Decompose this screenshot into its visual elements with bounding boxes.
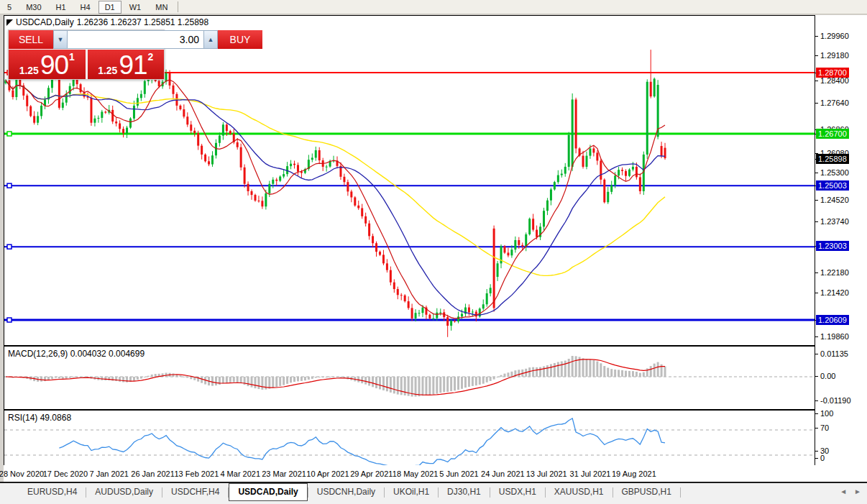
macd-histogram-bar xyxy=(268,377,270,389)
level-line-handle[interactable] xyxy=(7,318,12,322)
volume-increase-icon[interactable]: ▲ xyxy=(203,31,217,48)
macd-histogram-bar xyxy=(436,377,438,394)
candle-body xyxy=(486,293,488,304)
candle-body xyxy=(240,147,242,168)
candle-body xyxy=(226,124,228,131)
tab-scroll-right-icon[interactable]: ► xyxy=(854,488,861,495)
level-line-handle[interactable] xyxy=(7,244,12,249)
candle-body xyxy=(279,177,281,181)
axis-tick xyxy=(815,376,818,377)
candle-body xyxy=(311,157,313,160)
axis-tick xyxy=(815,221,818,222)
macd-histogram-bar xyxy=(454,377,456,390)
macd-histogram-bar xyxy=(557,362,559,377)
timeframe-button-h1[interactable]: H1 xyxy=(50,1,73,14)
sell-price-pips: 90 xyxy=(40,53,68,78)
sell-button[interactable]: SELL xyxy=(9,30,53,49)
candle-body xyxy=(119,124,121,129)
sell-price-button[interactable]: 1.25 90 1 xyxy=(9,50,86,79)
axis-tick xyxy=(815,200,818,201)
tab-audusd-daily[interactable]: AUDUSD,Daily xyxy=(86,484,162,500)
tab-xauusd-h1[interactable]: XAUUSD,H1 xyxy=(546,484,613,500)
candle-body xyxy=(144,81,146,94)
tab-scroll-left-icon[interactable]: ◄ xyxy=(840,488,847,495)
candle-body xyxy=(268,184,270,193)
macd-histogram-bar xyxy=(490,377,492,381)
macd-histogram-bar xyxy=(603,366,605,377)
axis-tick xyxy=(815,336,818,337)
tab-gbpusd-h1[interactable]: GBPUSD,H1 xyxy=(613,484,680,500)
candle-body xyxy=(493,229,495,308)
timeframe-button-d1[interactable]: D1 xyxy=(98,1,121,14)
tab-usdcnh-daily[interactable]: USDCNH,Daily xyxy=(308,484,384,500)
price-axis[interactable]: 1.299601.291801.287001.284001.276401.268… xyxy=(815,15,867,465)
macd-histogram-bar xyxy=(650,366,652,377)
timeframe-button-5[interactable]: 5 xyxy=(1,1,18,14)
macd-histogram-bar xyxy=(461,377,463,389)
candle-body xyxy=(603,180,605,202)
candle-body xyxy=(411,308,413,318)
candle-body xyxy=(137,98,139,106)
macd-histogram-bar xyxy=(58,377,60,378)
tab-eurusd-h4[interactable]: EURUSD,H4 xyxy=(19,484,86,500)
tab-usdx-h1[interactable]: USDX,H1 xyxy=(490,484,545,500)
buy-price-main: 1.25 xyxy=(98,63,117,78)
date-axis-label: 19 Aug 2021 xyxy=(612,469,656,478)
date-axis-label: 4 Mar 2021 xyxy=(220,469,260,478)
macd-histogram-bar xyxy=(333,377,335,377)
tab-ukoil-h1[interactable]: UKOil,H1 xyxy=(385,484,438,500)
axis-tick xyxy=(815,458,818,459)
macd-histogram-bar xyxy=(518,370,520,377)
timeframe-button-w1[interactable]: W1 xyxy=(123,1,148,14)
volume-decrease-icon[interactable]: ▼ xyxy=(54,31,68,48)
macd-histogram-bar xyxy=(73,377,75,377)
level-line-handle[interactable] xyxy=(7,183,12,188)
macd-histogram-bar xyxy=(144,377,146,377)
candle-body xyxy=(475,312,477,317)
macd-histogram-bar xyxy=(137,377,139,380)
tab-dj30-h1[interactable]: DJ30,H1 xyxy=(439,484,490,500)
price-axis-label: 1.28400 xyxy=(820,76,849,86)
tab-usdcad-daily[interactable]: USDCAD,Daily xyxy=(229,483,307,501)
axis-tick xyxy=(815,55,818,56)
macd-histogram-bar xyxy=(564,361,566,377)
tab-usdchf-h4[interactable]: USDCHF,H4 xyxy=(162,484,228,500)
candle-body xyxy=(80,84,82,92)
candle-body xyxy=(247,184,249,191)
date-axis-label: 7 Jan 2021 xyxy=(89,469,128,478)
candle-body xyxy=(404,295,406,301)
timeframe-button-m30[interactable]: M30 xyxy=(19,1,47,14)
candle-body xyxy=(421,308,423,313)
macd-histogram-bar xyxy=(247,377,249,386)
candle-body xyxy=(261,201,263,206)
level-line-handle[interactable] xyxy=(7,132,12,136)
macd-indicator-label: MACD(12,26,9) 0.004032 0.004699 xyxy=(8,349,144,359)
macd-histogram-bar xyxy=(607,368,609,377)
candle-body xyxy=(450,321,452,326)
macd-histogram-bar xyxy=(40,377,42,382)
timeframe-button-h4[interactable]: H4 xyxy=(74,1,97,14)
macd-histogram-bar xyxy=(155,374,157,377)
date-axis-label: 13 Jul 2021 xyxy=(526,469,567,478)
buy-button[interactable]: BUY xyxy=(218,30,262,49)
candle-body xyxy=(37,116,39,122)
candle-body xyxy=(29,106,32,116)
volume-input[interactable] xyxy=(68,31,203,48)
macd-histogram-bar xyxy=(55,377,57,378)
macd-histogram-bar xyxy=(233,377,235,382)
rsi-panel-canvas[interactable] xyxy=(4,409,815,466)
price-level-badge: 1.23003 xyxy=(816,241,849,251)
terminal-window: 5M30H1H4D1W1MN USDCAD,Daily1.26236 1.262… xyxy=(0,0,867,504)
candle-body xyxy=(632,167,634,170)
buy-price-button[interactable]: 1.25 91 2 xyxy=(88,50,165,79)
macd-histogram-bar xyxy=(643,372,645,377)
date-axis[interactable]: 28 Nov 202017 Dec 20207 Jan 202126 Jan 2… xyxy=(4,465,867,482)
candle-body xyxy=(133,106,135,119)
macd-histogram-bar xyxy=(636,372,638,377)
candle-body xyxy=(237,142,239,147)
date-axis-label: 31 Jul 2021 xyxy=(570,469,611,478)
date-axis-label: 26 Jan 2021 xyxy=(131,469,175,478)
date-axis-label: 23 Mar 2021 xyxy=(262,469,306,478)
timeframe-button-mn[interactable]: MN xyxy=(149,1,174,14)
macd-histogram-bar xyxy=(336,377,339,377)
